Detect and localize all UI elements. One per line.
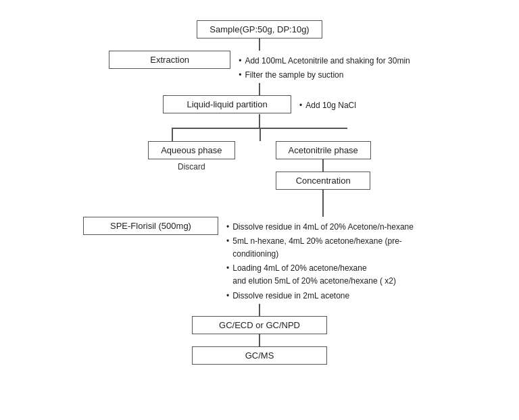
liquid-liquid-row: Liquid-liquid partition Add 10g NaCl [14, 95, 505, 113]
spe-box: SPE-Florisil (500mg) [83, 217, 218, 235]
right-branch-v [260, 129, 261, 141]
branch-v-connector [259, 114, 260, 128]
acetonitrile-col: Acetonitrile phase Concentration [276, 141, 371, 217]
connector-4 [322, 190, 324, 217]
spe-note-2: 5mL n-hexane, 4mL 20% acetone/hexane (pr… [226, 235, 436, 261]
gc-ms-box: GC/MS [192, 346, 327, 365]
extraction-note-2: Filter the sample by suction [239, 69, 410, 82]
spe-note-1: Dissolve residue in 4mL of 20% Acetone/n… [226, 221, 436, 234]
extraction-box: Extraction [109, 51, 230, 69]
aqueous-box: Aqueous phase [148, 141, 234, 159]
liquid-liquid-box: Liquid-liquid partition [163, 95, 291, 113]
sample-box: Sample(GP:50g, DP:10g) [197, 20, 322, 38]
phase-row: Aqueous phase Discard Acetonitrile phase… [148, 141, 371, 217]
liquid-liquid-note-1: Add 10g NaCl [299, 99, 356, 112]
connector-5 [259, 304, 260, 316]
concentration-box: Concentration [276, 172, 370, 190]
connector-1 [259, 38, 260, 51]
spe-note: Dissolve residue in 4mL of 20% Acetone/n… [226, 221, 436, 304]
connector-6 [259, 334, 260, 346]
connector-2 [259, 83, 260, 95]
extraction-note: Add 100mL Acetonitrile and shaking for 3… [239, 55, 410, 83]
discard-label: Discard [178, 162, 205, 172]
left-branch-v [172, 129, 173, 141]
spe-note-4: Dissolve residue in 2mL acetone [226, 290, 436, 303]
gc-ecd-box: GC/ECD or GC/NPD [192, 316, 327, 334]
branch-area: Aqueous phase Discard Acetonitrile phase… [14, 114, 505, 217]
acetonitrile-phase-box: Acetonitrile phase [276, 141, 371, 159]
spe-row: SPE-Florisil (500mg) Dissolve residue in… [14, 217, 505, 304]
flowchart: Sample(GP:50g, DP:10g) Extraction Add 10… [14, 14, 505, 365]
liquid-liquid-note: Add 10g NaCl [299, 99, 356, 113]
extraction-note-1: Add 100mL Acetonitrile and shaking for 3… [239, 55, 410, 68]
aqueous-col: Aqueous phase Discard [148, 141, 234, 172]
connector-3 [322, 159, 324, 172]
spe-note-3: Loading 4mL of 20% acetone/hexane and el… [226, 262, 436, 288]
extraction-row: Extraction Add 100mL Acetonitrile and sh… [14, 51, 505, 83]
